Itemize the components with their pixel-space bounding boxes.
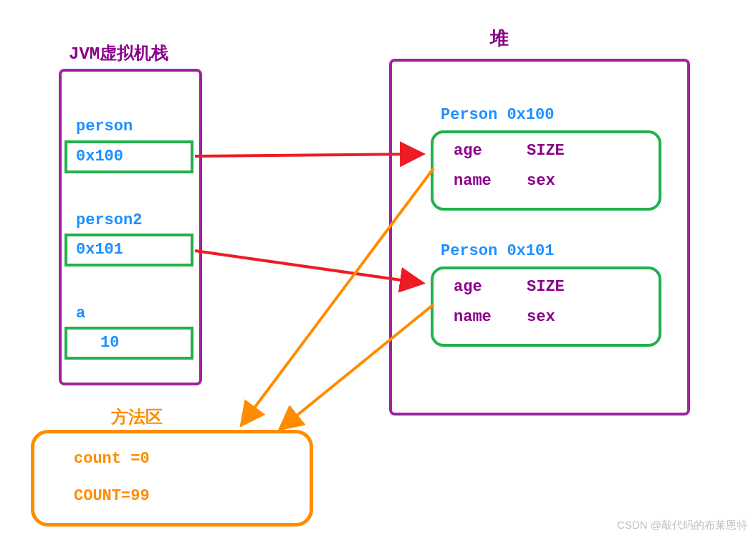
- heap-object-header-0: Person 0x100: [441, 106, 554, 124]
- method-area-line-2: COUNT=99: [74, 487, 150, 505]
- stack-entry-value-1: 0x101: [76, 241, 123, 259]
- watermark: CSDN @敲代码的布莱恩特: [617, 519, 747, 532]
- heap-object-1-f4: sex: [527, 308, 555, 326]
- method-area-title: 方法区: [111, 405, 163, 428]
- heap-object-0-f1: age: [454, 142, 482, 160]
- stack-title: JVM虚拟机栈: [69, 42, 168, 64]
- stack-entry-label-0: person: [76, 117, 133, 135]
- stack-entry-box-2: [64, 327, 193, 360]
- heap-object-0-f4: sex: [527, 172, 555, 190]
- stack-entry-label-2: a: [76, 304, 85, 322]
- method-area-line-1: count =0: [74, 450, 150, 468]
- stack-entry-value-2: 10: [100, 334, 119, 352]
- arrow-stack1-heap1: [195, 251, 421, 283]
- heap-object-1-f1: age: [454, 278, 482, 296]
- heap-object-0-f3: name: [454, 172, 492, 190]
- method-area-box: [31, 430, 313, 527]
- stack-entry-label-1: person2: [76, 211, 142, 229]
- stack-entry-value-0: 0x100: [76, 148, 123, 165]
- heap-object-header-1: Person 0x101: [441, 242, 554, 260]
- heap-title: 堆: [490, 26, 509, 51]
- heap-object-1-f3: name: [454, 308, 492, 326]
- heap-object-0-f2: SIZE: [527, 142, 565, 160]
- heap-object-1-f2: SIZE: [527, 278, 565, 296]
- arrow-stack0-heap0: [195, 154, 421, 156]
